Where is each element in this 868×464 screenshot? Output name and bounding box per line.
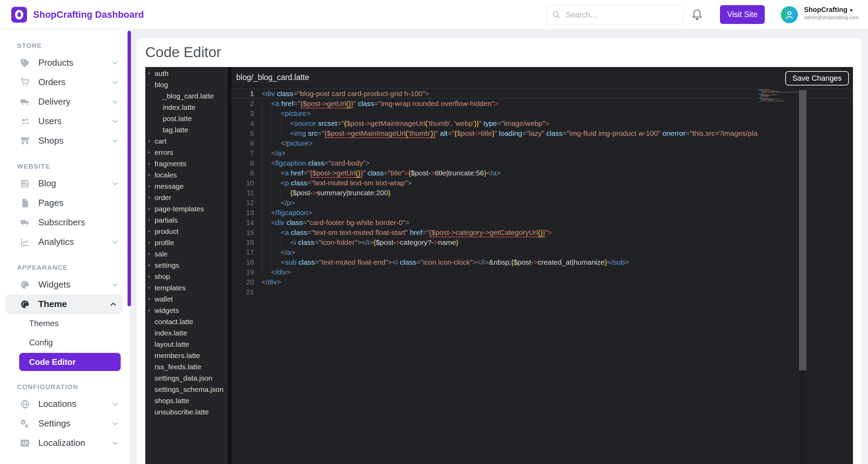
search-box[interactable]	[546, 5, 684, 25]
chevron-down-icon	[111, 400, 120, 409]
tree-item-label: blog	[155, 81, 168, 89]
tree-item-fragments[interactable]: +fragments	[145, 158, 228, 169]
tree-item-message[interactable]: +message	[145, 181, 228, 192]
sidebar-item-label: Blog	[38, 178, 56, 189]
tree-item-widgets[interactable]: +widgets	[145, 305, 228, 316]
expand-icon[interactable]: +	[147, 158, 151, 169]
expand-icon[interactable]: +	[147, 226, 151, 237]
tree-item-page-templates[interactable]: +page-templates	[145, 203, 228, 214]
sidebar-item-users[interactable]: Users	[0, 111, 130, 131]
tree-item-label: wallet	[155, 295, 173, 303]
tree-item-templates[interactable]: +templates	[145, 282, 228, 293]
tree-item-label: _blog_card.latte	[163, 92, 214, 100]
expand-icon[interactable]: +	[147, 282, 151, 293]
sidebar-item-blog[interactable]: Blog	[0, 174, 130, 193]
tree-item-cart[interactable]: +cart	[145, 135, 228, 147]
tree-item-settings[interactable]: +settings	[145, 260, 228, 271]
expand-icon[interactable]: +	[147, 147, 151, 158]
tree-item-label: page-templates	[155, 205, 204, 213]
tree-item-label: product	[155, 227, 178, 235]
code-line-text: </a>	[262, 148, 285, 158]
sidebar-subitem-code-editor[interactable]: Code Editor	[19, 353, 121, 371]
tree-item-auth[interactable]: +auth	[145, 68, 228, 79]
tree-item-settings_data.json[interactable]: settings_data.json	[145, 372, 228, 384]
line-number: 15	[231, 227, 254, 237]
expand-icon[interactable]: +	[147, 181, 151, 192]
sidebar-heading-website: WEBSITE	[17, 163, 130, 170]
account-name: ShopCrafting	[804, 6, 847, 13]
sidebar-scrollbar[interactable]	[128, 31, 131, 306]
tree-item-sale[interactable]: +sale	[145, 248, 228, 260]
tree-item-index.latte[interactable]: index.latte	[145, 102, 228, 113]
expand-icon[interactable]: +	[147, 68, 151, 79]
save-changes-button[interactable]: Save Changes	[785, 71, 849, 85]
tree-item-rss_feeds.latte[interactable]: rss_feeds.latte	[145, 361, 228, 372]
expand-icon[interactable]: +	[147, 271, 151, 282]
editor-scrollbar-thumb[interactable]	[799, 90, 806, 370]
tree-item-label: contact.latte	[155, 318, 193, 326]
tree-item-wallet[interactable]: +wallet	[145, 293, 228, 305]
sidebar-item-orders[interactable]: Orders	[0, 72, 130, 92]
code-line-text: <div class="blog-post card card-product-…	[262, 89, 429, 98]
tree-item-locales[interactable]: +locales	[145, 169, 228, 181]
sidebar-item-theme[interactable]: Theme	[5, 294, 122, 314]
account-menu[interactable]: ShopCrafting ▼ admin@shopcrafting.com	[804, 6, 862, 20]
tree-item-post.latte[interactable]: post.latte	[145, 113, 228, 124]
news-icon	[19, 178, 31, 189]
search-input[interactable]	[565, 10, 678, 19]
tree-item-blog[interactable]: -blog	[145, 79, 228, 90]
tree-item-layout.latte[interactable]: layout.latte	[145, 339, 228, 350]
chevron-down-icon	[111, 419, 120, 428]
tree-item-unsubscribe.latte[interactable]: unsubscribe.latte	[145, 406, 228, 417]
tree-item-index.latte[interactable]: index.latte	[145, 327, 228, 339]
expand-icon[interactable]: +	[147, 169, 151, 181]
tree-item-profile[interactable]: +profile	[145, 237, 228, 248]
visit-site-button[interactable]: Visit Site	[720, 5, 765, 24]
main-card: Code Editor +auth-blog_blog_card.lattein…	[136, 38, 862, 464]
sidebar-subitem-config[interactable]: Config	[0, 333, 130, 352]
tree-item-shop[interactable]: +shop	[145, 271, 228, 282]
tree-item-partials[interactable]: +partials	[145, 214, 228, 226]
sidebar-item-label: Analytics	[38, 237, 74, 247]
sidebar-item-locations[interactable]: Locations	[0, 394, 130, 414]
tree-item-product[interactable]: +product	[145, 226, 228, 237]
tree-item-order[interactable]: +order	[145, 192, 228, 203]
tree-item-_blog_card.latte[interactable]: _blog_card.latte	[145, 90, 228, 102]
line-number: 11	[231, 188, 254, 198]
sidebar-item-localization[interactable]: AZLocalization	[0, 433, 130, 453]
expand-icon[interactable]: +	[147, 214, 151, 226]
expand-icon[interactable]: +	[147, 305, 151, 316]
editor-scrollbar[interactable]	[799, 89, 806, 464]
expand-icon[interactable]: +	[147, 135, 151, 147]
tree-item-tag.latte[interactable]: tag.latte	[145, 124, 228, 135]
sidebar-item-subscribers[interactable]: Subscribers	[0, 213, 130, 232]
code-line-text: <a href="{$post->getUrl()}" class="img-w…	[262, 98, 498, 108]
sidebar-item-widgets[interactable]: Widgets	[0, 275, 130, 294]
sidebar-item-products[interactable]: Products	[0, 53, 130, 72]
sidebar-item-shops[interactable]: Shops	[0, 131, 130, 150]
code-line-text: </picture>	[262, 138, 312, 148]
expand-icon[interactable]: +	[147, 248, 151, 260]
tree-item-shops.latte[interactable]: shops.latte	[145, 395, 228, 406]
sidebar-item-delivery[interactable]: Delivery	[0, 92, 130, 111]
expand-icon[interactable]: +	[147, 192, 151, 203]
notifications-bell-icon[interactable]	[690, 8, 705, 23]
sidebar-item-settings[interactable]: Settings	[0, 414, 130, 433]
sidebar-item-analytics[interactable]: Analytics	[0, 232, 130, 252]
line-number: 16	[231, 237, 254, 247]
expand-icon[interactable]: +	[147, 203, 151, 214]
tree-item-label: shops.latte	[155, 397, 189, 405]
tree-item-contact.latte[interactable]: contact.latte	[145, 316, 228, 327]
collapse-icon[interactable]: -	[147, 79, 149, 90]
expand-icon[interactable]: +	[147, 293, 151, 305]
line-number: 4	[231, 118, 254, 128]
editor-minimap[interactable]	[758, 89, 799, 464]
tree-item-settings_schema.json[interactable]: settings_schema.json	[145, 384, 228, 395]
expand-icon[interactable]: +	[147, 237, 151, 248]
expand-icon[interactable]: +	[147, 260, 151, 271]
tree-item-members.latte[interactable]: members.latte	[145, 350, 228, 361]
sidebar-item-pages[interactable]: Pages	[0, 193, 130, 213]
avatar[interactable]	[781, 6, 798, 23]
tree-item-errors[interactable]: +errors	[145, 147, 228, 158]
sidebar-subitem-themes[interactable]: Themes	[0, 314, 130, 333]
